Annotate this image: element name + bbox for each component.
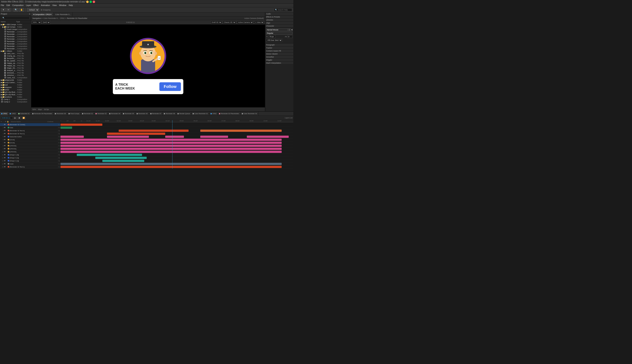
playhead[interactable] xyxy=(172,120,172,123)
toolbar-pen[interactable]: ✏ xyxy=(7,8,11,12)
layer-row-2[interactable]: 2 👁 Click / fx xyxy=(0,126,60,129)
project-item-final-comps[interactable]: 🎬 Final Comps Composition xyxy=(0,28,31,30)
playhead-track[interactable] xyxy=(172,123,172,168)
timeline-tab-reminder02[interactable]: Reminder 02 xyxy=(94,112,108,116)
project-item-fist[interactable]: 🖼 fist_spade.png PNG file xyxy=(0,60,31,62)
menu-composition[interactable]: Composition xyxy=(12,4,24,6)
layer-row-12[interactable]: 12 👁 [Shape 3 [1]] / fx xyxy=(0,156,60,159)
timeline-tab-cr02-main[interactable]: CR02 xyxy=(0,112,9,116)
timeline-tab-color-reminder01[interactable]: Color Reminder 01 xyxy=(191,112,209,116)
breadcrumb-navigation[interactable]: Navigation > xyxy=(33,17,43,19)
timeline-tab-reminder04[interactable]: Reminder 04 xyxy=(108,112,122,116)
project-item-reminder-04[interactable]: 🎬 Reminder 04 Composition xyxy=(0,36,31,38)
layer-row-7[interactable]: 7 👁 [Circle] / fx xyxy=(0,141,60,144)
align-title[interactable]: Align xyxy=(265,22,293,24)
menu-help[interactable]: Help xyxy=(69,4,73,6)
workspace-select[interactable]: Default Learn Standard xyxy=(27,8,39,12)
project-item-magic-stick[interactable]: 🖼 Magic_Stick_spade.png PNG file xyxy=(0,67,31,69)
wiggler-title[interactable]: Wiggler xyxy=(265,58,293,62)
project-item-reminder-03[interactable]: 🎬 Reminder 03 Composition xyxy=(0,33,31,36)
layer-row-5[interactable]: 5 👁 Subscribe button / fx xyxy=(0,135,60,138)
layer-row-3[interactable]: 3 👁 [Reminder 02 Text 4] / fx xyxy=(0,129,60,132)
project-item-reminder-09[interactable]: 🎬 Reminder 09 Composition xyxy=(0,48,31,50)
layer-row-11[interactable]: 11 👁 [Shape 1 [0]] / fx xyxy=(0,153,60,156)
effects-presets-title[interactable]: Effects & Presets xyxy=(265,16,293,18)
font-swatch-black[interactable]: ■ xyxy=(291,28,293,31)
timeline-tab-reminder05[interactable]: Reminder 05 xyxy=(122,112,135,116)
timeline-tab-subscribe[interactable]: Subscribe 01 xyxy=(17,112,31,116)
project-item-instagram[interactable]: ▶📁 instagram Folder xyxy=(0,86,31,88)
font-style-display[interactable]: Regular xyxy=(266,32,293,34)
layer-row-8[interactable]: 8 👁 [CROSS] / fx xyxy=(0,144,60,147)
timeline-tab-final-comps[interactable]: Final Comps xyxy=(67,112,81,116)
project-item-night-city-2[interactable]: ▶📁 night-city-illustration Layers Folder xyxy=(0,93,31,96)
project-item-card-ace-comp[interactable]: 🎬 Card_Ace_spade Composition xyxy=(0,76,31,79)
project-item-crying[interactable]: 🖼 Crying_spade.png PNG file xyxy=(0,55,31,57)
libraries-title[interactable]: Libraries xyxy=(265,18,293,22)
smoother-title[interactable]: Smoother xyxy=(265,56,293,58)
font-swatch-white[interactable]: □ xyxy=(288,28,290,31)
timeline-tab-cr02-3[interactable]: CR02 xyxy=(209,112,218,116)
motion-sketch-title[interactable]: Motion Sketch xyxy=(265,52,293,56)
loop-btn[interactable]: 🔁 xyxy=(22,116,26,119)
close-btn[interactable] xyxy=(93,0,95,3)
project-item-stressed[interactable]: 🖼 stressed_spade.png PNG file xyxy=(0,72,31,74)
timeline-tab-reminder02-placeholder[interactable]: Reminder 02 Placeholder xyxy=(218,112,240,116)
classic-select[interactable]: Classic 3D xyxy=(223,21,236,24)
project-item-card-ace[interactable]: 🖼 card_Ace_spade.png PNG file xyxy=(0,52,31,55)
project-item-comp1[interactable]: 🎬 Comp 1 Composition xyxy=(0,98,31,100)
project-item-reminder-08[interactable]: 🎬 Reminder 08 Composition xyxy=(0,45,31,48)
breadcrumb-color-reminder[interactable]: Color Reminder 0... xyxy=(43,17,59,19)
layer-row-13[interactable]: 13 👁 [Shape 2 [1]] / fx xyxy=(0,159,60,162)
stop-btn[interactable]: ⏹ xyxy=(18,116,21,119)
menu-effect[interactable]: Effect xyxy=(34,4,39,6)
menu-view[interactable]: View xyxy=(52,4,57,6)
timeline-tab-reminder08-1[interactable]: Reminder 08 xyxy=(54,112,67,116)
minimize-btn[interactable] xyxy=(86,0,89,3)
layer-row-1[interactable]: 1 👁 [Reminder 02 Center] / fx xyxy=(0,123,60,126)
viewer-tab-cr02[interactable]: ✕ Composition: CR02 ✕ xyxy=(31,12,54,16)
timeline-tab-render-queue[interactable]: Render Queue xyxy=(176,112,191,116)
timeline-tab-reminder08-2[interactable]: Reminder 08 xyxy=(163,112,176,116)
project-item-jewel[interactable]: ▶📁 jewel Folder xyxy=(0,84,31,86)
time-display[interactable]: 0:00:02:11 xyxy=(1,116,13,119)
project-item-facepalm[interactable]: 🖼 facepalm_spade.png PNG file xyxy=(0,57,31,60)
timeline-tab-reminder07[interactable]: Reminder 07 xyxy=(149,112,163,116)
viewer-tab-color-reminder[interactable]: Color Reminder 0... xyxy=(54,12,73,16)
views-select[interactable]: 1 View xyxy=(254,21,264,24)
project-search-input[interactable] xyxy=(2,16,30,19)
menu-animation[interactable]: Animation xyxy=(41,4,50,6)
project-item-edit-comps[interactable]: ▶📁 01. Edit Comps Folder xyxy=(0,23,31,26)
tracker-title[interactable]: Tracker xyxy=(265,46,293,50)
layer-row-14[interactable]: 14 👁 mask / fx xyxy=(0,162,60,166)
breadcrumb-reminder-placeholder[interactable]: Reminder 02 Placeholder xyxy=(67,17,87,19)
breadcrumb-cr02[interactable]: CR02 > xyxy=(60,17,66,19)
layer-row-6[interactable]: 6 👁 [Circle] / fx xyxy=(0,138,60,141)
toolbar-zoom[interactable]: 🔍 xyxy=(14,8,18,12)
toolbar-hand[interactable]: ✋ xyxy=(19,8,24,12)
maximize-btn[interactable] xyxy=(89,0,92,3)
project-item-backgrounds[interactable]: ▶📁 backgrounds Folder xyxy=(0,79,31,81)
project-item-reminder-05[interactable]: 🎬 Reminder 05 Composition xyxy=(0,38,31,40)
content-aware-fill-title[interactable]: Content-Aware Fill xyxy=(265,50,293,52)
layer-row-15[interactable]: 15 👁 [Reminder 02 Text 1] / fx xyxy=(0,166,60,168)
project-item-final-comps-folder[interactable]: ▶📁 Final Comps Folder xyxy=(0,26,31,28)
toolbar-select[interactable]: ▼ xyxy=(1,8,6,12)
menu-layer[interactable]: Layer xyxy=(26,4,31,6)
project-options-btn[interactable]: ≡ xyxy=(29,13,30,15)
project-item-night-city-1[interactable]: ▶📁 night-city-illustration Layers Folder xyxy=(0,91,31,93)
play-btn[interactable]: ▶ xyxy=(14,116,17,119)
font-name-display[interactable]: Myriad Mouse xyxy=(266,28,288,31)
timeline-tab-reminder01[interactable]: Reminder 01 xyxy=(81,112,95,116)
project-item-reminder-02[interactable]: 🎬 Reminder 02 Composition xyxy=(0,30,31,33)
stroke-fill-select[interactable]: Fill Over Stroke xyxy=(266,39,282,42)
view-select[interactable]: (bof) xyxy=(42,21,50,24)
project-item-others[interactable]: ▶📁 03. Others Folder xyxy=(0,50,31,52)
project-item-transitions[interactable]: ▶📁 transitions Folder xyxy=(0,96,31,98)
timeline-tab-reminder06[interactable]: Reminder 06 xyxy=(135,112,149,116)
menu-edit[interactable]: Edit xyxy=(7,4,10,6)
font-size-input[interactable]: 79 px xyxy=(269,35,276,38)
quality-select[interactable]: Draft 3DFull xyxy=(211,21,222,24)
project-item-happy[interactable]: 🖼 Happy_spade.png PNG file xyxy=(0,62,31,64)
project-item-reminder-07[interactable]: 🎬 Reminder 07 Composition xyxy=(0,43,31,45)
